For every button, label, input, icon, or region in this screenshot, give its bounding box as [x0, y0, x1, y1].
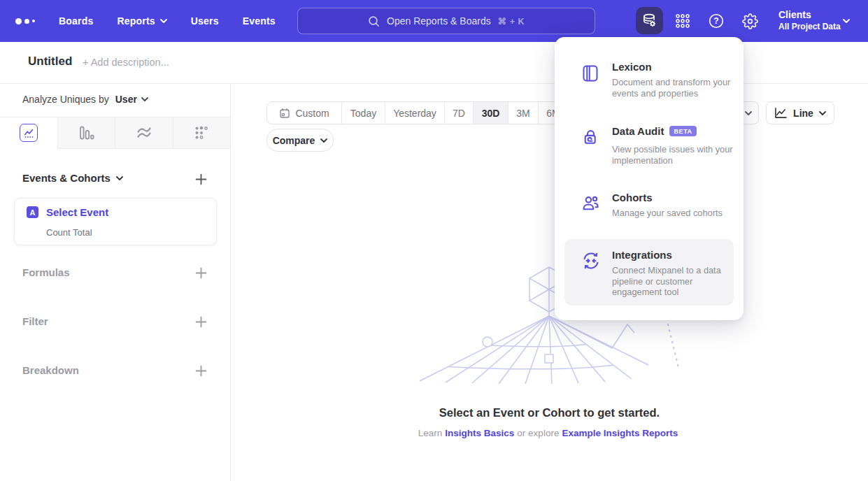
data-management-dropdown: Lexicon Document and transform your even… [555, 37, 744, 320]
chart-type-selector[interactable]: Line [766, 101, 834, 124]
menu-item-description: View possible issues with your implement… [612, 144, 737, 166]
project-name: Clients [778, 8, 841, 21]
empty-state-title: Select an Event or Cohort to get started… [231, 406, 868, 419]
add-event-button[interactable] [194, 172, 208, 186]
mixpanel-logo-icon[interactable] [15, 17, 35, 25]
analyze-label: Analyze Uniques by [22, 94, 109, 105]
chevron-down-icon [745, 111, 752, 115]
cohorts-icon [581, 194, 600, 213]
plus-icon [195, 365, 207, 377]
compare-button[interactable]: Compare [266, 129, 334, 152]
insights-basics-link[interactable]: Insights Basics [445, 428, 514, 438]
nav-item-label: Events [243, 15, 276, 27]
help-button[interactable]: ? [707, 0, 725, 42]
plus-icon [195, 316, 207, 328]
tab-bar-chart[interactable] [57, 117, 115, 149]
chart-type-label: Line [793, 108, 813, 119]
stream-chart-icon [135, 124, 152, 142]
line-chart-icon [20, 124, 38, 142]
date-range-label: Today [350, 108, 376, 119]
date-range-7d[interactable]: 7D [444, 102, 473, 124]
menu-item-title: Lexicon [612, 61, 652, 73]
analyze-uniques-control[interactable]: Analyze Uniques by User [22, 94, 148, 105]
menu-item-data-audit[interactable]: Data Audit BETA View possible issues wit… [564, 125, 734, 180]
apps-grid-button[interactable] [673, 0, 692, 42]
gear-icon [742, 13, 758, 29]
select-event-label: Select Event [46, 206, 108, 218]
tab-line-chart[interactable] [0, 117, 57, 149]
date-range-yesterday[interactable]: Yesterday [385, 102, 444, 124]
menu-item-title: Integrations [612, 249, 672, 261]
date-range-30d[interactable]: 30D [473, 102, 508, 124]
nav-item-label: Boards [59, 15, 93, 27]
subtitle-text: or explore [517, 428, 559, 438]
help-icon: ? [708, 13, 725, 29]
date-range-label: Yesterday [393, 108, 436, 119]
top-nav: Boards Reports Users Events Open Reports… [0, 0, 868, 42]
breakdown-section-header: Breakdown [22, 364, 79, 376]
search-placeholder: Open Reports & Boards [387, 15, 491, 27]
empty-state-subtitle: LearnInsights Basicsor exploreExample In… [231, 428, 868, 438]
date-range-custom[interactable]: Custom [267, 102, 341, 124]
grid-icon [674, 13, 691, 29]
date-range-3m[interactable]: 3M [508, 102, 538, 124]
chart-type-tabs [0, 117, 230, 149]
beta-badge: BETA [669, 126, 696, 136]
chevron-down-icon [819, 111, 826, 115]
add-breakdown-button[interactable] [194, 364, 208, 378]
nav-item-events[interactable]: Events [243, 15, 276, 27]
settings-button[interactable] [741, 0, 759, 42]
formulas-section-header: Formulas [22, 266, 70, 278]
data-audit-icon [581, 128, 600, 147]
integrations-icon [581, 251, 601, 271]
lexicon-icon [581, 64, 599, 82]
menu-item-cohorts[interactable]: Cohorts Manage your saved cohorts [564, 192, 734, 224]
chevron-down-icon [160, 19, 167, 23]
menu-item-description: Document and transform your events and p… [612, 77, 737, 99]
nav-item-users[interactable]: Users [191, 15, 219, 27]
search-icon [368, 15, 380, 27]
nav-item-label: Users [191, 15, 219, 27]
event-series-badge: A [27, 206, 38, 218]
add-description-field[interactable]: + Add description... [83, 57, 169, 68]
bar-chart-icon [78, 124, 94, 141]
chevron-down-icon [141, 97, 148, 101]
scatter-icon [194, 125, 209, 141]
events-cohorts-section-header[interactable]: Events & Cohorts [22, 172, 123, 184]
add-filter-button[interactable] [194, 315, 208, 329]
nav-item-label: Reports [117, 15, 155, 27]
date-range-label: 3M [516, 108, 529, 119]
report-title[interactable]: Untitled [28, 55, 72, 69]
subtitle-text: Learn [418, 428, 443, 438]
project-scope: All Project Data [778, 21, 841, 33]
tab-metric-chart[interactable] [173, 117, 231, 149]
search-input[interactable]: Open Reports & Boards ⌘ + K [297, 8, 595, 34]
menu-item-title: Cohorts [612, 192, 653, 203]
date-range-today[interactable]: Today [341, 102, 385, 124]
nav-item-boards[interactable]: Boards [59, 15, 93, 27]
chevron-down-icon [320, 138, 327, 143]
tab-stacked-chart[interactable] [115, 117, 173, 149]
project-selector[interactable]: Clients All Project Data [778, 8, 841, 33]
date-range-label: Custom [295, 108, 329, 119]
menu-item-lexicon[interactable]: Lexicon Document and transform your even… [564, 61, 734, 114]
query-builder-sidebar: Analyze Uniques by User [0, 84, 231, 481]
plus-icon [195, 267, 207, 279]
calendar-icon [279, 108, 290, 119]
nav-item-reports[interactable]: Reports [117, 15, 166, 27]
filter-section-header: Filter [22, 315, 48, 327]
compare-label: Compare [273, 135, 315, 146]
count-total-label[interactable]: Count Total [46, 227, 92, 238]
add-formula-button[interactable] [194, 266, 208, 280]
date-range-label: 30D [482, 108, 500, 119]
example-reports-link[interactable]: Example Insights Reports [562, 428, 678, 438]
data-management-button[interactable] [636, 7, 663, 34]
search-shortcut: ⌘ + K [498, 16, 525, 27]
menu-item-integrations[interactable]: Integrations Connect Mixpanel to a data … [564, 239, 734, 306]
date-range-label: 7D [453, 108, 465, 119]
report-canvas: Custom Today Yesterday 7D 30D 3M 6M Line… [231, 84, 868, 481]
plus-icon [195, 173, 207, 185]
database-gear-icon [641, 13, 657, 29]
menu-item-title: Data Audit BETA [612, 125, 697, 137]
select-event-card[interactable]: A Select Event Count Total [14, 198, 217, 245]
